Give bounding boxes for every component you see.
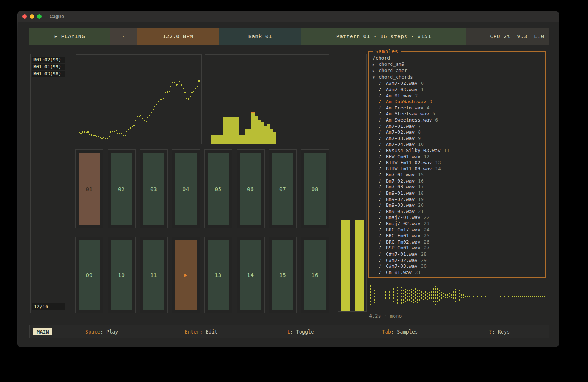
sample-row[interactable]: ♪C#m7-03.wav30 — [373, 263, 541, 270]
sample-row[interactable]: ♪Am7-02.wav8 — [373, 129, 541, 136]
pad-07-face: 07 — [272, 153, 294, 225]
sample-name: Am7-03.wav — [386, 136, 415, 142]
sample-name: BRC-Fm01.wav — [386, 233, 420, 239]
note-icon: ♪ — [379, 227, 384, 233]
pad-15[interactable]: 15 — [269, 237, 297, 313]
note-icon: ♪ — [379, 190, 384, 197]
note-icon: ♪ — [379, 209, 384, 215]
sample-row[interactable]: ♪BHW-Cm01.wav12 — [373, 154, 541, 160]
sample-row[interactable]: ♪C#m7-02.wav29 — [373, 257, 541, 264]
sample-row[interactable]: ♪Am7-03.wav9 — [373, 136, 541, 142]
waveform-column — [483, 294, 485, 297]
waveform-column — [401, 287, 402, 304]
waveform-column — [429, 292, 430, 299]
sample-row[interactable]: ♪Bmaj7-02.wav23 — [373, 221, 541, 227]
sample-index: 12 — [424, 154, 430, 160]
sample-index: 21 — [418, 209, 424, 215]
sample-row[interactable]: ♪Am-Steelsaw.wav5 — [373, 111, 541, 117]
pad-14[interactable]: 14 — [237, 237, 265, 313]
sample-index: 22 — [424, 215, 430, 221]
sample-row[interactable]: ♪BSP-Cm01.wav27 — [373, 245, 541, 251]
pad-grid: 0102030405060708091011▶13141516 — [75, 149, 329, 313]
scatter-point — [184, 92, 186, 93]
sample-row[interactable]: ♪Am-01.wav2 — [373, 93, 541, 99]
close-window-button[interactable] — [22, 14, 27, 19]
metronome-dot-segment: · — [110, 28, 137, 45]
sample-row[interactable]: ♪BRC-Cm17.wav24 — [373, 227, 541, 233]
pad-03[interactable]: 03 — [140, 149, 168, 228]
sample-row[interactable]: ♪Bm9-01.wav18 — [373, 190, 541, 197]
sample-row[interactable]: ♪Am-DubWash.wav3 — [373, 99, 541, 105]
waveform-column — [443, 293, 444, 299]
sample-row[interactable]: ♪Bm7-01.wav15 — [373, 172, 541, 178]
sample-row[interactable]: ♪C#m7-01.wav28 — [373, 251, 541, 257]
waveform-column — [378, 288, 380, 303]
sample-row[interactable]: ♪Cm-01.wav31 — [373, 270, 541, 276]
sample-row[interactable]: ♪A#m7-02.wav0 — [373, 80, 541, 87]
scatter-point — [86, 132, 87, 133]
pad-10[interactable]: 10 — [108, 237, 136, 313]
sample-index: 5 — [432, 111, 435, 117]
note-icon: ♪ — [379, 80, 384, 87]
minimize-window-button[interactable] — [30, 14, 34, 19]
note-icon: ♪ — [379, 166, 384, 172]
sample-row[interactable]: ♪Am7-04.wav10 — [373, 141, 541, 148]
sample-row[interactable]: ♪Am7-01.wav7 — [373, 123, 541, 130]
sample-row[interactable]: ♪Bm9-05.wav21 — [373, 209, 541, 215]
histogram-bar — [227, 117, 230, 144]
scatter-point — [96, 136, 97, 137]
folder-collapsed-icon: ▶ — [373, 68, 379, 74]
waveform-column — [370, 285, 372, 307]
sample-row[interactable]: ♪Bmaj7-01.wav22 — [373, 215, 541, 221]
folder-row-chord_amer[interactable]: ▶chord_amer — [373, 68, 541, 74]
scatter-point — [84, 131, 85, 133]
scatter-point — [100, 137, 101, 138]
pad-07[interactable]: 07 — [269, 149, 297, 228]
pad-05[interactable]: 05 — [204, 149, 232, 228]
sample-row[interactable]: ♪Am-Sweetness.wav6 — [373, 117, 541, 123]
pad-02[interactable]: 02 — [108, 149, 136, 228]
sample-name: Am-DubWash.wav — [386, 99, 426, 105]
sample-row[interactable]: ♪A#m7-03.wav1 — [373, 87, 541, 93]
sample-row[interactable]: ♪BRC-Fm01.wav25 — [373, 233, 541, 239]
sample-row[interactable]: ♪BITW-Fm11-03.wav14 — [373, 166, 541, 172]
sample-row[interactable]: ♪Bm7-02.wav16 — [373, 178, 541, 184]
scatter-point — [176, 84, 177, 86]
scatter-point — [133, 125, 135, 126]
pad-08[interactable]: 08 — [301, 149, 329, 228]
folder-row-chord_am9[interactable]: ▶chord_am9 — [373, 61, 541, 68]
bank-value: Bank 01 — [248, 33, 272, 39]
zoom-window-button[interactable] — [37, 14, 42, 19]
pad-06[interactable]: 06 — [237, 149, 265, 228]
pad-04[interactable]: 04 — [172, 149, 200, 228]
scatter-point — [91, 134, 92, 136]
sample-row[interactable]: ♪Bm9-03.wav20 — [373, 202, 541, 209]
scatter-point — [183, 88, 184, 89]
pad-01[interactable]: 01 — [75, 149, 103, 228]
sample-row[interactable]: ♪B9sus4 Silky 03.wav11 — [373, 148, 541, 154]
sample-row[interactable]: ♪BRC-Fm02.wav26 — [373, 239, 541, 245]
pad-16[interactable]: 16 — [301, 237, 329, 313]
waveform-column — [489, 294, 491, 297]
sample-row[interactable]: ♪Am-Freeto.wav4 — [373, 105, 541, 111]
waveform-column — [451, 293, 452, 298]
folder-name: chord_amer — [379, 68, 407, 74]
sample-row[interactable]: ♪BITW-Fm11-02.wav13 — [373, 160, 541, 166]
bpm-value: 122.0 BPM — [162, 33, 193, 39]
samples-list[interactable]: /chord ▶chord_am9▶chord_amer▼chord_chord… — [369, 52, 545, 277]
pad-12[interactable]: ▶ — [172, 237, 200, 313]
sample-row[interactable]: ♪Bm9-02.wav19 — [373, 197, 541, 203]
pad-13[interactable]: 13 — [204, 237, 232, 313]
pad-04-face: 04 — [175, 153, 197, 225]
waveform-column — [540, 294, 541, 297]
histogram-bar — [239, 135, 242, 144]
pad-09[interactable]: 09 — [75, 237, 103, 313]
sample-row[interactable]: ♪Bm7-03.wav17 — [373, 184, 541, 190]
sample-name: Bm9-05.wav — [386, 209, 415, 215]
trigger-entry: B01:01(99) — [32, 64, 65, 70]
scatter-point — [181, 84, 182, 86]
sample-name: Cm-01.wav — [386, 270, 412, 276]
pad-11[interactable]: 11 — [140, 237, 168, 313]
waveform-column — [477, 294, 478, 297]
folder-row-chord_chords[interactable]: ▼chord_chords — [373, 74, 541, 81]
